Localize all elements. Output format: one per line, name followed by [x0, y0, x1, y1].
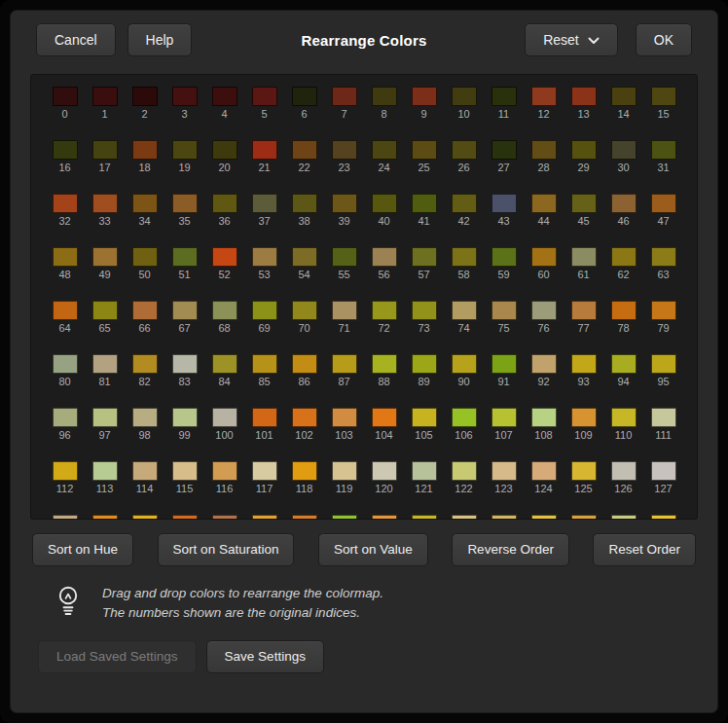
color-swatch[interactable] — [452, 301, 477, 320]
color-swatch[interactable] — [252, 408, 277, 427]
color-swatch[interactable] — [172, 408, 198, 427]
color-swatch[interactable] — [412, 194, 437, 213]
color-swatch[interactable] — [172, 301, 198, 320]
color-swatch[interactable] — [531, 461, 557, 481]
color-swatch[interactable] — [412, 247, 437, 267]
help-button[interactable]: Help — [127, 23, 193, 56]
color-swatch[interactable] — [332, 140, 357, 160]
color-swatch[interactable] — [531, 408, 557, 427]
color-swatch[interactable] — [132, 140, 158, 160]
color-swatch[interactable] — [531, 247, 557, 267]
sort-on-hue-button[interactable]: Sort on Hue — [32, 533, 133, 566]
color-swatch[interactable] — [491, 408, 517, 427]
color-swatch[interactable] — [491, 194, 517, 213]
color-swatch[interactable] — [92, 247, 118, 267]
color-swatch[interactable] — [212, 408, 237, 427]
color-swatch[interactable] — [292, 354, 317, 374]
color-swatch[interactable] — [212, 140, 237, 160]
color-swatch[interactable] — [372, 87, 397, 106]
color-swatch[interactable] — [491, 515, 517, 520]
color-swatch[interactable] — [412, 87, 437, 106]
color-swatch[interactable] — [53, 301, 78, 320]
color-swatch[interactable] — [332, 87, 357, 106]
color-swatch[interactable] — [651, 87, 676, 106]
color-swatch[interactable] — [491, 247, 517, 267]
color-swatch[interactable] — [332, 515, 357, 520]
color-swatch[interactable] — [53, 87, 78, 106]
color-swatch[interactable] — [372, 301, 397, 320]
color-swatch[interactable] — [372, 247, 397, 267]
cancel-button[interactable]: Cancel — [36, 23, 116, 56]
color-swatch[interactable] — [53, 140, 78, 160]
color-swatch[interactable] — [611, 515, 637, 520]
color-swatch[interactable] — [372, 515, 397, 520]
color-swatch[interactable] — [292, 140, 317, 160]
color-swatch[interactable] — [571, 515, 597, 520]
color-swatch[interactable] — [332, 354, 357, 374]
color-swatch[interactable] — [212, 301, 237, 320]
color-swatch[interactable] — [571, 301, 597, 320]
color-swatch[interactable] — [332, 247, 357, 267]
color-swatch[interactable] — [92, 194, 118, 213]
color-swatch[interactable] — [611, 408, 637, 427]
color-swatch[interactable] — [132, 87, 158, 106]
color-swatch[interactable] — [172, 461, 198, 481]
color-swatch[interactable] — [531, 140, 557, 160]
color-swatch[interactable] — [651, 461, 676, 481]
color-swatch[interactable] — [292, 194, 317, 213]
color-swatch[interactable] — [92, 140, 118, 160]
color-swatch[interactable] — [92, 408, 118, 427]
color-swatch[interactable] — [212, 515, 237, 520]
color-swatch[interactable] — [92, 461, 118, 481]
color-swatch[interactable] — [252, 247, 277, 267]
color-swatch[interactable] — [132, 461, 158, 481]
color-swatch[interactable] — [491, 140, 517, 160]
color-swatch[interactable] — [172, 354, 198, 374]
color-swatch[interactable] — [531, 87, 557, 106]
color-swatch[interactable] — [212, 87, 237, 106]
color-swatch[interactable] — [53, 354, 78, 374]
color-swatch[interactable] — [412, 354, 437, 374]
color-swatch[interactable] — [491, 87, 517, 106]
color-swatch[interactable] — [452, 354, 477, 374]
color-swatch[interactable] — [252, 87, 277, 106]
color-swatch[interactable] — [292, 408, 317, 427]
color-swatch[interactable] — [172, 194, 198, 213]
color-swatch[interactable] — [212, 247, 237, 267]
color-swatch[interactable] — [372, 354, 397, 374]
color-swatch[interactable] — [452, 194, 477, 213]
color-swatch[interactable] — [292, 301, 317, 320]
color-swatch[interactable] — [332, 461, 357, 481]
color-swatch[interactable] — [172, 515, 198, 520]
reset-dropdown-button[interactable]: Reset — [525, 23, 618, 56]
color-swatch[interactable] — [571, 354, 597, 374]
color-swatch[interactable] — [571, 247, 597, 267]
color-swatch[interactable] — [132, 408, 158, 427]
color-swatch[interactable] — [531, 194, 557, 213]
color-swatch[interactable] — [651, 247, 676, 267]
color-swatch[interactable] — [611, 461, 637, 481]
color-swatch[interactable] — [611, 247, 637, 267]
color-swatch[interactable] — [132, 247, 158, 267]
color-swatch[interactable] — [412, 515, 437, 520]
color-swatch[interactable] — [252, 301, 277, 320]
color-swatch[interactable] — [292, 247, 317, 267]
color-swatch[interactable] — [212, 354, 237, 374]
color-swatch[interactable] — [531, 515, 557, 520]
color-swatch[interactable] — [412, 140, 437, 160]
color-swatch[interactable] — [372, 194, 397, 213]
color-swatch[interactable] — [53, 408, 78, 427]
color-swatch[interactable] — [651, 354, 676, 374]
color-swatch[interactable] — [491, 301, 517, 320]
color-swatch[interactable] — [332, 194, 357, 213]
color-swatch[interactable] — [212, 461, 237, 481]
color-swatch[interactable] — [651, 140, 676, 160]
color-swatch[interactable] — [372, 140, 397, 160]
color-swatch[interactable] — [292, 461, 317, 481]
color-swatch[interactable] — [452, 247, 477, 267]
color-swatch[interactable] — [92, 515, 118, 520]
color-swatch[interactable] — [92, 301, 118, 320]
color-swatch[interactable] — [531, 354, 557, 374]
color-swatch[interactable] — [452, 408, 477, 427]
color-swatch[interactable] — [92, 354, 118, 374]
